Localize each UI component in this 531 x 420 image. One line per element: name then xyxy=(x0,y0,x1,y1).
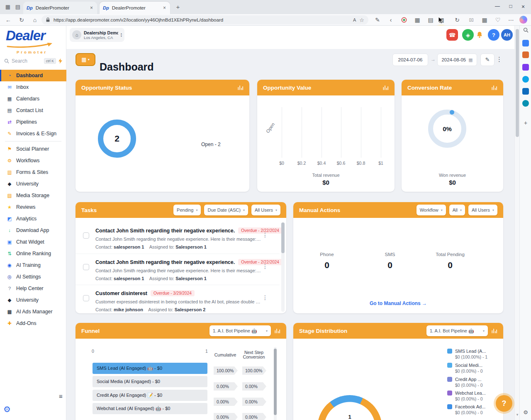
sidebar-item-workflows[interactable]: ⚙Workflows xyxy=(0,155,66,166)
stage-pipeline-select[interactable]: 1. A.I. Bot Pipeline 🤖▾ xyxy=(426,325,488,336)
legend-item[interactable]: Webchat Lea... $0 (0.00%) - 0 xyxy=(447,391,502,401)
funnel-bar-credit-app[interactable]: Credit App (AI Engaged) 📝 - $0 xyxy=(93,390,207,401)
lightning-icon[interactable] xyxy=(58,59,62,64)
task-kebab-icon[interactable]: ⋮ xyxy=(262,232,268,238)
sidebar-item-forms-sites[interactable]: ▥Forms & Sites xyxy=(0,166,66,178)
teal-app-icon[interactable] xyxy=(522,100,529,107)
sidebar-item-ai-ads-manager[interactable]: ▩AI Ads Manager xyxy=(0,306,66,317)
recorder-extension-icon[interactable] xyxy=(399,16,409,24)
sidebar-item-pipelines[interactable]: ⇄Pipelines xyxy=(0,116,66,128)
sidebar-item-inbox[interactable]: ✉Inbox xyxy=(0,81,66,93)
edge-settings-gear-icon[interactable]: ⚙ xyxy=(522,409,529,416)
purple-app-icon[interactable] xyxy=(522,64,529,71)
chart-options-icon[interactable] xyxy=(491,328,497,334)
task-item[interactable]: Contact John Smith regarding their negat… xyxy=(76,254,280,285)
funnel-bar-webchat-lead[interactable]: Webchat Lead (AI Engaged) 🤖 - $0 xyxy=(93,403,207,414)
sidebar-item-dashboard[interactable]: ◔Dashboard xyxy=(0,70,66,81)
page-scrollbar[interactable]: ▾ xyxy=(514,26,519,420)
tab-menu-icon[interactable]: ▦ xyxy=(3,3,12,11)
task-checkbox[interactable] xyxy=(83,295,89,301)
sidebar-item-university[interactable]: ◆University xyxy=(0,178,66,190)
read-aloud-icon[interactable]: A xyxy=(353,17,356,22)
legend-item[interactable]: Social Medi... $0 (0.00%) - 0 xyxy=(447,363,502,374)
legend-item[interactable]: Credit App ... $0 (0.00%) - 0 xyxy=(447,377,502,388)
back-icon[interactable]: ← xyxy=(3,16,13,24)
sidebar-item-help-center[interactable]: ?Help Center xyxy=(0,283,66,294)
notifications-bell-icon[interactable] xyxy=(474,29,485,41)
window-maximize-button[interactable]: □ xyxy=(504,3,517,9)
refresh-icon[interactable]: ↻ xyxy=(17,16,27,24)
edit-dashboard-button[interactable]: ✎ xyxy=(480,54,494,66)
copilot-icon[interactable] xyxy=(519,16,527,24)
address-bar[interactable]: https://app.dealerpromoter.com/v2/locati… xyxy=(41,15,368,24)
task-checkbox[interactable] xyxy=(83,232,89,239)
collections-icon[interactable]: ▦ xyxy=(480,16,490,24)
sidebar-item-online-ranking[interactable]: ⇅Online Ranking xyxy=(0,248,66,259)
settings-more-icon[interactable]: ⋯ xyxy=(506,16,516,24)
sidebar-item-contact-list[interactable]: ▤Contact List xyxy=(0,105,66,116)
scroll-down-icon[interactable]: ▾ xyxy=(515,413,520,417)
tasks-scrollbar[interactable] xyxy=(281,222,285,312)
chart-options-icon[interactable] xyxy=(237,85,244,91)
date-to-input[interactable]: 2024-08-05 ▦ xyxy=(437,54,477,66)
sidebar-item-ai-training[interactable]: ◉AI Training xyxy=(0,259,66,271)
task-item[interactable]: Contact John Smith regarding their negat… xyxy=(76,222,280,254)
browser-essentials-icon[interactable]: ♡ xyxy=(493,16,503,24)
window-minimize-button[interactable]: — xyxy=(491,3,504,9)
workspace-icon[interactable]: ▤ xyxy=(13,3,22,11)
settings-gear-icon[interactable]: ⚙ xyxy=(3,404,11,414)
sidebar-item-analytics[interactable]: ◩Analytics xyxy=(0,213,66,225)
dashboard-switcher-button[interactable]: ▦ ▾ xyxy=(76,53,95,66)
legend-item[interactable]: SMS Lead (A... $0 (100.00%) - 1 xyxy=(447,349,502,359)
tasks-status-filter[interactable]: Pending▾ xyxy=(173,205,201,215)
sidebar-item-calendars[interactable]: ▦Calendars xyxy=(0,93,66,105)
funnel-bar-sms-lead[interactable]: SMS Lead (AI Engaged) 🤖 - $0 xyxy=(93,363,207,374)
sidebar-item-university-2[interactable]: ◆University xyxy=(0,294,66,306)
home-icon[interactable]: ⌂ xyxy=(30,16,40,24)
blue-tag-icon[interactable] xyxy=(522,40,529,46)
chart-options-icon[interactable] xyxy=(491,85,497,91)
new-tab-button[interactable]: + xyxy=(173,3,183,11)
workflow-filter[interactable]: Workflow▾ xyxy=(417,205,446,215)
tasks-sort-filter[interactable]: Due Date (ASC)▾ xyxy=(204,205,248,215)
sidebar-item-download-app[interactable]: ↓Download App xyxy=(0,225,66,236)
sidebar-item-add-ons[interactable]: ✚Add-Ons xyxy=(0,317,66,329)
edge-add-icon[interactable]: + xyxy=(522,120,529,126)
funnel-scrollbar-thumb[interactable] xyxy=(274,349,277,415)
sidebar-item-social-planner[interactable]: ⚑Social Planner xyxy=(0,143,66,155)
date-from-input[interactable]: 2024-07-06 xyxy=(392,54,428,66)
task-item[interactable]: Customer disinterest Overdue - 3/29/2024… xyxy=(76,285,280,313)
tab-close-icon[interactable]: × xyxy=(162,5,167,11)
sidebar-search[interactable]: Search ctrl K xyxy=(4,56,62,66)
sidebar-item-ai-settings[interactable]: ◎AI Settings xyxy=(0,271,66,283)
marketplace-icon[interactable]: ◈ xyxy=(462,29,474,41)
sidebar-item-media-storage[interactable]: ▧Media Storage xyxy=(0,190,66,201)
type-filter[interactable]: All▾ xyxy=(449,205,465,215)
funnel-bar-social-media[interactable]: Social Media (AI Engaged) - $0 xyxy=(93,376,207,387)
extension-icon-1[interactable]: ▦ xyxy=(412,16,422,24)
phone-icon[interactable]: ☎ xyxy=(446,29,458,41)
split-screen-icon[interactable]: ▯▯ xyxy=(466,16,476,24)
go-to-manual-actions-link[interactable]: Go to Manual Actions → xyxy=(293,300,503,306)
page-scrollbar-thumb[interactable] xyxy=(516,29,519,137)
blue-circle-icon[interactable] xyxy=(522,76,529,83)
sidebar-item-reviews[interactable]: ★Reviews xyxy=(0,201,66,213)
browser-tab-2[interactable]: Dp DealerPromoter × xyxy=(100,2,170,14)
extension-icon-2[interactable]: ▤ xyxy=(426,16,436,24)
chart-options-icon[interactable] xyxy=(382,85,389,91)
sidebar-item-invoices-esign[interactable]: ✎Invoices & E-Sign xyxy=(0,128,66,139)
funnel-scrollbar[interactable] xyxy=(274,347,277,420)
sidebar-item-chat-widget[interactable]: ▣Chat Widget xyxy=(0,236,66,248)
sidebar-collapse-icon[interactable]: ≡ xyxy=(59,393,63,400)
help-fab-button[interactable]: ? xyxy=(496,395,512,412)
tasks-scrollbar-thumb[interactable] xyxy=(281,222,285,253)
tasks-user-filter[interactable]: All Users▾ xyxy=(251,205,280,215)
location-selector[interactable]: ⌂ Dealership Demo Los Angeles, CA ▴▾ xyxy=(70,28,124,42)
page-kebab-icon[interactable]: ⋮ xyxy=(496,56,502,63)
orange-box-icon[interactable] xyxy=(522,51,529,58)
legend-item[interactable]: Facebook Ad... $0 (0.00%) - 0 xyxy=(447,404,502,415)
user-avatar[interactable]: AH xyxy=(501,29,513,41)
tab-close-icon[interactable]: × xyxy=(89,5,94,11)
chart-options-icon[interactable] xyxy=(274,328,280,334)
edge-search-icon[interactable] xyxy=(522,27,529,34)
